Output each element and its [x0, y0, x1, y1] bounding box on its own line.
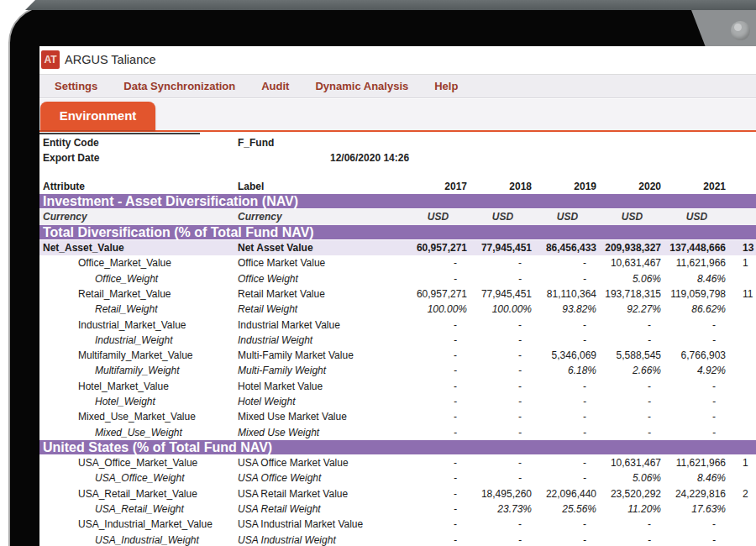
- table-row-usa-retail-market-value: USA_Retail_Market_ValueUSA Retail Market…: [39, 486, 756, 501]
- entity-code-value: F_Fund: [238, 137, 274, 149]
- value-cell: -: [470, 319, 535, 331]
- menubar: SettingsData SynchronizationAuditDynamic…: [39, 75, 756, 98]
- menu-item-settings[interactable]: Settings: [55, 80, 97, 92]
- value-cell: 23,520,292: [600, 488, 664, 500]
- value-cell: 137,448,666: [664, 242, 729, 254]
- value-cell: 11,621,966: [664, 257, 729, 269]
- label-cell: USA Office Weight: [236, 472, 406, 484]
- year-header-2017: 2017: [406, 181, 470, 192]
- attribute-cell: USA_Industrial_Weight: [39, 534, 236, 546]
- app-titlebar: AT ARGUS Taliance: [39, 46, 756, 75]
- value-cell: -: [535, 396, 600, 407]
- value-cell: 209,938,327: [600, 242, 664, 254]
- value-cell: -: [406, 457, 470, 469]
- value-cell: -: [600, 534, 664, 546]
- report-table: AttributeLabel20172018201920202021 Inves…: [39, 178, 756, 546]
- value-cell: 60,957,271: [406, 242, 470, 254]
- value-cell: USD: [600, 211, 664, 223]
- value-cell: -: [664, 427, 729, 438]
- table-row-office-market-value: Office_Market_ValueOffice Market Value--…: [39, 255, 756, 270]
- attribute-cell: USA_Retail_Weight: [39, 503, 236, 515]
- export-date-label: Export Date: [43, 152, 99, 164]
- table-row-usa-office-weight: USA_Office_WeightUSA Office Weight---5.0…: [39, 470, 756, 486]
- value-cell: -: [470, 427, 535, 438]
- value-cell: -: [535, 518, 600, 530]
- value-cell: 6,766,903: [664, 349, 729, 361]
- value-cell: -: [600, 411, 664, 423]
- value-cell: -: [406, 257, 470, 269]
- label-cell: USA Retail Weight: [236, 503, 406, 515]
- table-row-industrial-weight: Industrial_WeightIndustrial Weight-----: [39, 333, 756, 348]
- value-cell: 10,631,467: [600, 457, 664, 469]
- value-cell: 100.00%: [406, 303, 470, 315]
- attribute-cell: USA_Office_Weight: [39, 472, 236, 484]
- value-cell: USD: [664, 211, 729, 223]
- value-cell: -: [535, 257, 600, 269]
- value-cell: -: [600, 334, 664, 346]
- value-cell: -: [600, 381, 664, 392]
- value-cell: 193,718,315: [600, 288, 664, 300]
- value-cell: 93.82%: [535, 303, 600, 315]
- menu-item-audit[interactable]: Audit: [261, 80, 289, 92]
- value-cell: -: [535, 472, 600, 484]
- value-cell: USD: [406, 211, 470, 223]
- table-row-usa-industrial-market-value: USA_Industrial_Market_ValueUSA Industria…: [39, 517, 756, 532]
- attribute-cell: Hotel_Weight: [39, 396, 236, 407]
- table-row-retail-market-value: Retail_Market_ValueRetail Market Value60…: [39, 286, 756, 302]
- label-cell: Industrial Weight: [236, 334, 406, 346]
- menu-item-data-synchronization[interactable]: Data Synchronization: [123, 80, 235, 92]
- entity-code-label: Entity Code: [43, 137, 99, 149]
- value-cell: -: [470, 365, 535, 376]
- value-cell: USD: [535, 211, 600, 223]
- attribute-cell: Multifamily_Weight: [39, 365, 236, 376]
- tab-environment[interactable]: Environment: [40, 102, 155, 130]
- tab-bar: Environment: [39, 99, 756, 132]
- value-cell: -: [664, 381, 729, 392]
- table-row-retail-weight: Retail_WeightRetail Weight100.00%100.00%…: [39, 302, 756, 317]
- value-cell: -: [600, 518, 664, 530]
- label-cell: Mixed Use Weight: [236, 427, 406, 438]
- label-cell: USA Industrial Market Value: [236, 518, 406, 530]
- value-cell: -: [470, 396, 535, 407]
- webcam-icon: [731, 21, 750, 40]
- value-cell: 2: [729, 488, 756, 500]
- entity-code-row: Entity Code F_Fund: [39, 135, 756, 150]
- menu-item-dynamic-analysis[interactable]: Dynamic Analysis: [315, 80, 408, 92]
- label-cell: USA Retail Market Value: [236, 488, 406, 500]
- table-header-row: AttributeLabel20172018201920202021: [39, 178, 756, 194]
- attribute-cell: Office_Weight: [39, 273, 236, 285]
- value-cell: 119,059,798: [664, 288, 729, 300]
- table-row-mixed-use-market-value: Mixed_Use_Market_ValueMixed Use Market V…: [39, 409, 756, 424]
- value-cell: 17.63%: [664, 503, 729, 515]
- table-row-mixed-use-weight: Mixed_Use_WeightMixed Use Weight-----: [39, 424, 756, 439]
- attribute-cell: USA_Office_Market_Value: [39, 457, 236, 469]
- section-band-investment-asset-diversification-nav: Investment - Asset Diversification (NAV): [39, 194, 756, 209]
- section-band-total-diversification-of-total-fund-nav: Total Diversification (% of Total Fund N…: [39, 225, 756, 240]
- value-cell: -: [406, 488, 470, 500]
- value-cell: -: [470, 257, 535, 269]
- value-cell: -: [535, 534, 600, 546]
- value-cell: 8.46%: [664, 472, 729, 484]
- value-cell: -: [406, 472, 470, 484]
- attribute-cell: Mixed_Use_Market_Value: [39, 411, 236, 423]
- value-cell: -: [406, 334, 470, 346]
- value-cell: 8.46%: [664, 273, 729, 285]
- menu-item-help[interactable]: Help: [434, 80, 458, 92]
- value-cell: -: [535, 273, 600, 285]
- table-row-office-weight: Office_WeightOffice Weight---5.06%8.46%: [39, 270, 756, 286]
- label-cell: Net Asset Value: [236, 242, 406, 254]
- value-cell: -: [470, 411, 535, 423]
- value-cell: -: [535, 334, 600, 346]
- value-cell: -: [470, 472, 535, 484]
- attribute-cell: USA_Retail_Market_Value: [39, 488, 236, 500]
- value-cell: -: [535, 457, 600, 469]
- value-cell: 100.00%: [470, 303, 535, 315]
- value-cell: 24,229,816: [664, 488, 729, 500]
- value-cell: -: [406, 365, 470, 376]
- table-row-multifamily-weight: Multifamily_WeightMulti-Family Weight--6…: [39, 363, 756, 378]
- value-cell: -: [600, 427, 664, 438]
- year-header-2020: 2020: [600, 181, 664, 192]
- value-cell: -: [406, 503, 470, 515]
- table-row-industrial-market-value: Industrial_Market_ValueIndustrial Market…: [39, 317, 756, 332]
- value-cell: 86,456,433: [535, 242, 600, 254]
